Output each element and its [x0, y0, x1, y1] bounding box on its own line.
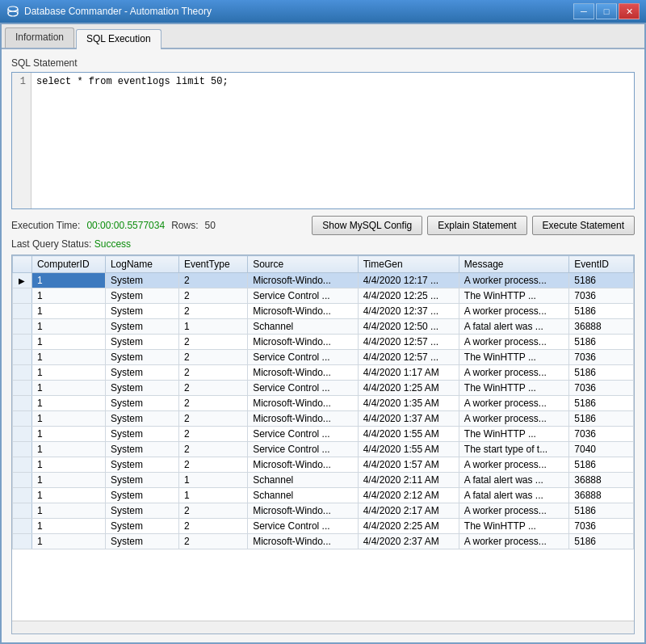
table-row[interactable]: 1System2Service Control ...4/4/2020 2:25…: [13, 519, 634, 534]
table-row[interactable]: 1System2Service Control ...4/4/2020 1:25…: [13, 381, 634, 396]
cell-computerid: 1: [31, 288, 105, 304]
col-header-logname[interactable]: LogName: [105, 256, 178, 273]
table-row[interactable]: 1System1Schannel4/4/2020 2:11 AMA fatal …: [13, 473, 634, 488]
col-header-eventtype[interactable]: EventType: [178, 256, 247, 273]
cell-eventid: 5186: [569, 396, 634, 411]
cell-eventtype: 2: [178, 503, 247, 519]
cell-source: Microsoft-Windo...: [248, 534, 359, 549]
show-mysql-config-button[interactable]: Show MySQL Config: [312, 216, 422, 235]
cell-timegen: 4/4/2020 2:25 AM: [358, 519, 459, 534]
cell-eventid: 7036: [569, 381, 634, 396]
col-header-eventid[interactable]: EventID: [569, 256, 634, 273]
table-row[interactable]: 1System2Microsoft-Windo...4/4/2020 1:37 …: [13, 411, 634, 427]
sql-section-label: SQL Statement: [11, 57, 635, 69]
cell-eventtype: 1: [178, 473, 247, 488]
cell-eventid: 5186: [569, 457, 634, 473]
cell-eventtype: 2: [178, 457, 247, 473]
tab-sql-execution[interactable]: SQL Execution: [76, 29, 162, 49]
cell-logname: System: [105, 457, 178, 473]
table-row[interactable]: 1System2Microsoft-Windo...4/4/2020 12:37…: [13, 304, 634, 319]
main-content: SQL Statement 1 select * from eventlogs …: [2, 49, 644, 642]
line-numbers: 1: [12, 73, 31, 208]
table-row[interactable]: 1System2Microsoft-Windo...4/4/2020 2:17 …: [13, 503, 634, 519]
cell-timegen: 4/4/2020 12:17 ...: [358, 273, 459, 288]
cell-source: Microsoft-Windo...: [248, 365, 359, 381]
row-indicator-cell: [13, 503, 32, 519]
cell-source: Microsoft-Windo...: [248, 304, 359, 319]
cell-logname: System: [105, 503, 178, 519]
cell-timegen: 4/4/2020 12:25 ...: [358, 288, 459, 304]
cell-message: The WinHTTP ...: [459, 427, 569, 442]
cell-computerid: 1: [31, 457, 105, 473]
table-row[interactable]: 1System2Service Control ...4/4/2020 12:5…: [13, 350, 634, 365]
table-row[interactable]: 1System2Service Control ...4/4/2020 1:55…: [13, 442, 634, 457]
cell-eventtype: 2: [178, 381, 247, 396]
table-row[interactable]: 1System1Schannel4/4/2020 2:12 AMA fatal …: [13, 488, 634, 503]
table-row[interactable]: 1System1Schannel4/4/2020 12:50 ...A fata…: [13, 319, 634, 335]
cell-logname: System: [105, 442, 178, 457]
table-row[interactable]: 1System2Service Control ...4/4/2020 1:55…: [13, 427, 634, 442]
col-header-indicator: [13, 256, 32, 273]
cell-eventid: 5186: [569, 273, 634, 288]
cell-eventtype: 2: [178, 396, 247, 411]
restore-button[interactable]: □: [596, 3, 617, 19]
window-controls: ─ □ ✕: [573, 3, 640, 19]
cell-source: Microsoft-Windo...: [248, 396, 359, 411]
col-header-source[interactable]: Source: [248, 256, 359, 273]
row-indicator-cell: [13, 350, 32, 365]
close-button[interactable]: ✕: [619, 3, 640, 19]
query-status-row: Last Query Status: Success: [11, 238, 635, 250]
cell-eventid: 7036: [569, 519, 634, 534]
cell-computerid: 1: [31, 519, 105, 534]
table-row[interactable]: 1System2Microsoft-Windo...4/4/2020 1:57 …: [13, 457, 634, 473]
cell-source: Microsoft-Windo...: [248, 457, 359, 473]
cell-eventtype: 2: [178, 427, 247, 442]
cell-source: Service Control ...: [248, 442, 359, 457]
table-row[interactable]: 1System2Microsoft-Windo...4/4/2020 12:57…: [13, 335, 634, 350]
cell-source: Microsoft-Windo...: [248, 273, 359, 288]
cell-computerid: 1: [31, 534, 105, 549]
cell-message: A worker process...: [459, 503, 569, 519]
cell-timegen: 4/4/2020 1:37 AM: [358, 411, 459, 427]
table-row[interactable]: 1System2Microsoft-Windo...4/4/2020 2:37 …: [13, 534, 634, 549]
cell-source: Schannel: [248, 488, 359, 503]
cell-logname: System: [105, 288, 178, 304]
cell-eventtype: 2: [178, 350, 247, 365]
explain-statement-button[interactable]: Explain Statement: [427, 216, 526, 235]
table-header-row: ComputerID LogName EventType Source Time…: [13, 256, 634, 273]
cell-message: A worker process...: [459, 304, 569, 319]
row-indicator-cell: [13, 319, 32, 335]
cell-computerid: 1: [31, 350, 105, 365]
sql-input[interactable]: select * from eventlogs limit 50;: [31, 73, 634, 208]
tab-bar: Information SQL Execution: [2, 24, 644, 49]
cell-message: A worker process...: [459, 365, 569, 381]
table-row[interactable]: 1System2Microsoft-Windo...4/4/2020 1:35 …: [13, 396, 634, 411]
col-header-message[interactable]: Message: [459, 256, 569, 273]
row-arrow-icon: ▶: [19, 276, 25, 285]
cell-logname: System: [105, 411, 178, 427]
table-row[interactable]: 1System2Microsoft-Windo...4/4/2020 1:17 …: [13, 365, 634, 381]
execute-statement-button[interactable]: Execute Statement: [532, 216, 635, 235]
action-buttons: Show MySQL Config Explain Statement Exec…: [312, 216, 635, 235]
cell-message: A worker process...: [459, 335, 569, 350]
cell-eventtype: 2: [178, 288, 247, 304]
grid-wrapper[interactable]: ComputerID LogName EventType Source Time…: [12, 255, 634, 621]
cell-logname: System: [105, 473, 178, 488]
row-indicator-cell: [13, 381, 32, 396]
col-header-computerid[interactable]: ComputerID: [31, 256, 105, 273]
cell-eventid: 5186: [569, 411, 634, 427]
minimize-button[interactable]: ─: [573, 3, 594, 19]
tab-information[interactable]: Information: [5, 27, 74, 48]
main-window: Information SQL Execution SQL Statement …: [0, 23, 646, 644]
cell-message: The WinHTTP ...: [459, 381, 569, 396]
cell-logname: System: [105, 396, 178, 411]
table-row[interactable]: 1System2Service Control ...4/4/2020 12:2…: [13, 288, 634, 304]
cell-computerid: 1: [31, 396, 105, 411]
app-icon: [6, 5, 19, 18]
table-row[interactable]: ▶1System2Microsoft-Windo...4/4/2020 12:1…: [13, 273, 634, 288]
query-status-label: Last Query Status:: [11, 238, 91, 250]
cell-timegen: 4/4/2020 12:50 ...: [358, 319, 459, 335]
col-header-timegen[interactable]: TimeGen: [358, 256, 459, 273]
cell-source: Schannel: [248, 473, 359, 488]
horizontal-scrollbar[interactable]: [12, 621, 634, 633]
